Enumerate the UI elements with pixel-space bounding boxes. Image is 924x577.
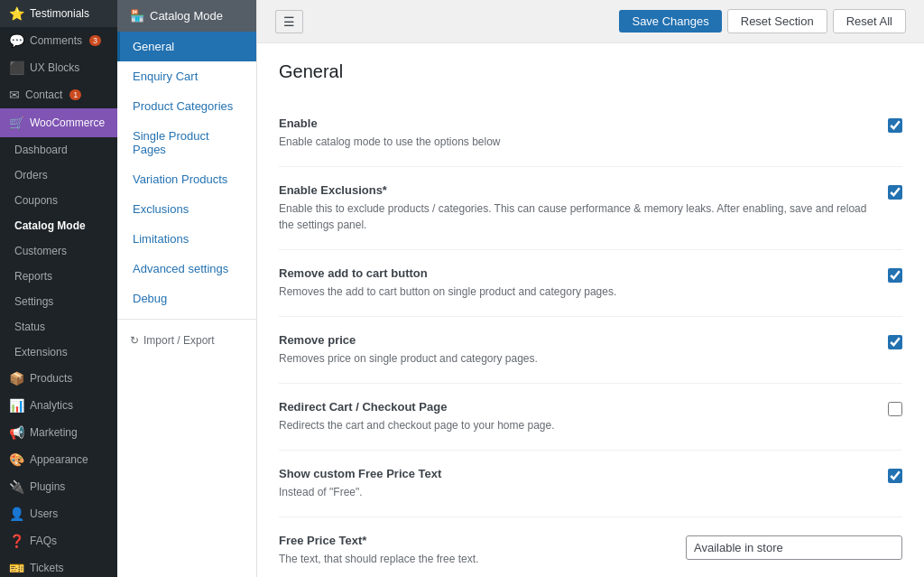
sub-nav-item-single-product-pages[interactable]: Single Product Pages (117, 121, 256, 164)
comments-icon: 💬 (9, 33, 24, 48)
sidebar-label-coupons: Coupons (14, 194, 58, 207)
testimonials-icon: ⭐ (9, 6, 24, 21)
sub-nav-item-exclusions[interactable]: Exclusions (117, 194, 256, 224)
sidebar-item-plugins[interactable]: 🔌Plugins (0, 473, 117, 500)
sidebar-item-dashboard[interactable]: Dashboard (0, 137, 117, 163)
sidebar-item-marketing[interactable]: 📢Marketing (0, 419, 117, 446)
sidebar-toggle-button[interactable]: ☰ (275, 10, 303, 33)
ux-blocks-icon: ⬛ (9, 60, 24, 75)
setting-control-remove-add-to-cart (888, 266, 902, 285)
sidebar-item-users[interactable]: 👤Users (0, 500, 117, 527)
checkbox-remove-add-to-cart[interactable] (888, 268, 902, 283)
sub-nav-item-general[interactable]: General (117, 32, 256, 61)
sidebar-label-tickets: Tickets (30, 562, 64, 574)
setting-desc-enable: Enable catalog mode to use the options b… (279, 134, 870, 150)
sub-sidebar-header: 🏪Catalog Mode (117, 0, 256, 32)
save-changes-button-top[interactable]: Save Changes (619, 10, 721, 33)
setting-label-enable-exclusions: Enable Exclusions*Enable this to exclude… (279, 183, 870, 233)
content-area: General EnableEnable catalog mode to use… (257, 43, 924, 577)
sub-nav-item-debug[interactable]: Debug (117, 284, 256, 313)
checkbox-enable-exclusions[interactable] (888, 185, 902, 200)
sidebar-item-orders[interactable]: Orders (0, 163, 117, 188)
setting-desc-free-price-text: The text, that should replace the free t… (279, 551, 668, 567)
tickets-icon: 🎫 (9, 561, 24, 575)
sidebar-item-customers[interactable]: Customers (0, 238, 117, 264)
sidebar-item-status[interactable]: Status (0, 314, 117, 340)
sidebar-item-faqs[interactable]: ❓FAQs (0, 527, 117, 554)
setting-control-remove-price (888, 333, 902, 352)
setting-label-remove-price: Remove priceRemoves price on single prod… (279, 333, 870, 367)
setting-control-enable (888, 116, 902, 135)
setting-row-enable-exclusions: Enable Exclusions*Enable this to exclude… (279, 167, 902, 250)
sidebar-label-testimonials: Testimonials (30, 7, 89, 20)
sidebar-label-plugins: Plugins (30, 480, 65, 493)
setting-label-remove-add-to-cart: Remove add to cart buttonRemoves the add… (279, 266, 870, 300)
users-icon: 👤 (9, 507, 24, 521)
reset-section-button-top[interactable]: Reset Section (727, 9, 827, 33)
top-bar: ☰ Save Changes Reset Section Reset All (257, 0, 924, 43)
setting-row-remove-add-to-cart: Remove add to cart buttonRemoves the add… (279, 250, 902, 317)
sidebar-label-comments: Comments (30, 34, 82, 47)
marketing-icon: 📢 (9, 425, 24, 440)
setting-title-remove-price: Remove price (279, 333, 870, 347)
setting-control-redirect-cart (888, 400, 902, 419)
faqs-icon: ❓ (9, 534, 24, 548)
sidebar-item-woocommerce[interactable]: 🛒WooCommerce (0, 108, 117, 137)
sidebar-label-customers: Customers (14, 245, 67, 257)
page-title: General (279, 61, 902, 82)
products-icon: 📦 (9, 371, 24, 386)
sidebar-label-orders: Orders (14, 169, 48, 181)
sidebar-item-ux-blocks[interactable]: ⬛UX Blocks (0, 54, 117, 81)
plugins-icon: 🔌 (9, 479, 24, 494)
sidebar-label-settings: Settings (14, 295, 53, 308)
setting-row-show-free-price-text: Show custom Free Price TextInstead of "F… (279, 451, 902, 517)
sidebar-item-appearance[interactable]: 🎨Appearance (0, 446, 117, 473)
sub-nav-item-product-categories[interactable]: Product Categories (117, 91, 256, 121)
sidebar-item-contact[interactable]: ✉Contact1 (0, 81, 117, 108)
setting-label-free-price-text: Free Price Text*The text, that should re… (279, 534, 668, 567)
text-input-free-price-text[interactable] (686, 535, 902, 560)
sidebar-item-coupons[interactable]: Coupons (0, 188, 117, 213)
sub-sidebar-title: Catalog Mode (150, 9, 223, 23)
sidebar-item-extensions[interactable]: Extensions (0, 340, 117, 365)
settings-list: EnableEnable catalog mode to use the opt… (279, 100, 902, 577)
sidebar-label-status: Status (14, 321, 45, 333)
setting-title-enable-exclusions: Enable Exclusions* (279, 183, 870, 197)
sub-nav-item-advanced-settings[interactable]: Advanced settings (117, 254, 256, 284)
setting-control-enable-exclusions (888, 183, 902, 202)
sidebar-item-tickets[interactable]: 🎫Tickets (0, 554, 117, 577)
sidebar-item-catalog-mode[interactable]: Catalog Mode (0, 213, 117, 238)
sidebar-label-contact: Contact (25, 88, 62, 101)
checkbox-remove-price[interactable] (888, 335, 902, 349)
sub-nav-item-variation-products[interactable]: Variation Products (117, 164, 256, 194)
setting-desc-remove-add-to-cart: Removes the add to cart button on single… (279, 284, 870, 300)
reset-all-button-top[interactable]: Reset All (833, 9, 906, 33)
sidebar-item-comments[interactable]: 💬Comments3 (0, 27, 117, 54)
sub-sidebar: 🏪Catalog ModeGeneralEnquiry CartProduct … (117, 0, 257, 577)
checkbox-enable[interactable] (888, 118, 902, 133)
sidebar-label-ux-blocks: UX Blocks (30, 61, 79, 74)
woocommerce-icon: 🛒 (9, 116, 24, 130)
sidebar-item-products[interactable]: 📦Products (0, 365, 117, 392)
import-export-link[interactable]: ↻Import / Export (117, 325, 256, 356)
sidebar-item-analytics[interactable]: 📊Analytics (0, 392, 117, 419)
badge-contact: 1 (69, 89, 81, 100)
sidebar-item-reports[interactable]: Reports (0, 264, 117, 289)
sub-nav-item-limitations[interactable]: Limitations (117, 224, 256, 254)
setting-desc-show-free-price-text: Instead of "Free". (279, 484, 870, 500)
setting-row-free-price-text: Free Price Text*The text, that should re… (279, 517, 902, 577)
setting-label-show-free-price-text: Show custom Free Price TextInstead of "F… (279, 467, 870, 500)
sidebar-label-woocommerce: WooCommerce (30, 116, 105, 129)
contact-icon: ✉ (9, 88, 20, 102)
sub-nav-item-enquiry-cart[interactable]: Enquiry Cart (117, 61, 256, 91)
setting-row-enable: EnableEnable catalog mode to use the opt… (279, 100, 902, 167)
setting-title-remove-add-to-cart: Remove add to cart button (279, 266, 870, 280)
checkbox-redirect-cart[interactable] (888, 402, 902, 416)
import-export-icon: ↻ (130, 334, 139, 347)
setting-label-enable: EnableEnable catalog mode to use the opt… (279, 116, 870, 150)
checkbox-show-free-price-text[interactable] (888, 469, 902, 483)
sidebar-item-settings[interactable]: Settings (0, 289, 117, 314)
sidebar-item-testimonials[interactable]: ⭐Testimonials (0, 0, 117, 27)
setting-desc-redirect-cart: Redirects the cart and checkout page to … (279, 417, 870, 433)
analytics-icon: 📊 (9, 398, 24, 413)
